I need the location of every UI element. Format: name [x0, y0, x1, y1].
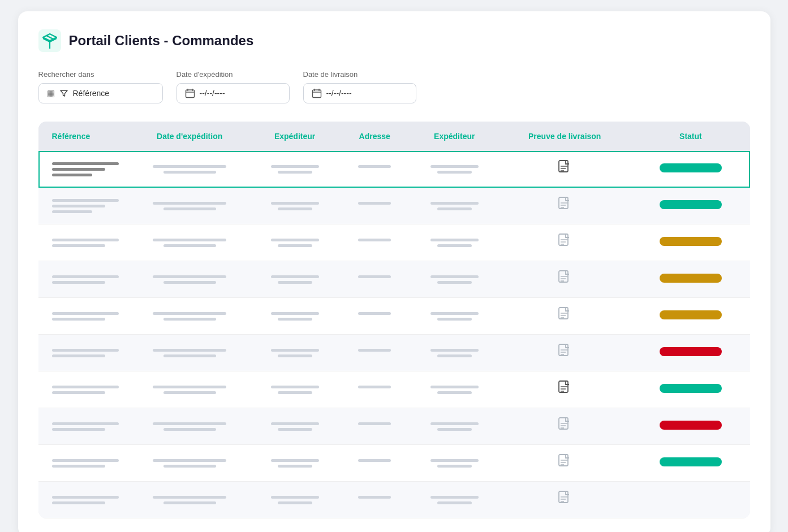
document-icon	[558, 380, 571, 396]
page-title: Portail Clients - Commandes	[69, 33, 254, 49]
cell-adresse	[338, 482, 411, 518]
svg-rect-7	[312, 90, 321, 98]
document-icon	[558, 344, 571, 360]
cell-reference	[38, 261, 128, 298]
table-row[interactable]	[38, 261, 750, 298]
cell-expediteur-2	[411, 261, 498, 298]
cell-preuve[interactable]	[498, 408, 631, 445]
orders-table: Référence Date d'expédition Expéditeur A…	[38, 122, 750, 518]
expedition-filter-label: Date d'expédition	[176, 70, 290, 79]
search-filter-label: Rechercher dans	[38, 70, 163, 79]
cell-date-expedition	[128, 261, 251, 298]
table-row[interactable]	[38, 151, 750, 188]
status-badge	[660, 421, 722, 430]
status-badge	[660, 310, 722, 319]
expedition-filter-group: Date d'expédition --/--/----	[176, 70, 290, 103]
cell-preuve[interactable]	[498, 261, 631, 298]
table-row[interactable]	[38, 371, 750, 408]
livraison-filter-group: Date de livraison --/--/----	[303, 70, 416, 103]
cell-preuve[interactable]	[498, 482, 631, 518]
expedition-filter-input[interactable]: --/--/----	[176, 83, 290, 103]
cell-expediteur-1	[251, 188, 338, 224]
cell-expediteur-1	[251, 408, 338, 445]
table-row[interactable]	[38, 298, 750, 335]
cell-preuve[interactable]	[498, 151, 631, 188]
table-row[interactable]	[38, 188, 750, 224]
table-row[interactable]	[38, 408, 750, 445]
status-badge	[660, 163, 722, 172]
col-expediteur-1[interactable]: Expéditeur	[251, 122, 338, 151]
document-icon	[558, 197, 571, 213]
cell-expediteur-2	[411, 298, 498, 335]
document-icon	[558, 270, 571, 286]
col-statut[interactable]: Statut	[631, 122, 750, 151]
document-icon	[558, 233, 571, 249]
cell-date-expedition	[128, 482, 251, 518]
cell-statut	[631, 335, 750, 371]
col-expediteur-2[interactable]: Expéditeur	[411, 122, 498, 151]
cell-date-expedition	[128, 298, 251, 335]
cell-preuve[interactable]	[498, 445, 631, 482]
cell-expediteur-2	[411, 224, 498, 261]
document-icon	[558, 160, 571, 176]
expedition-filter-value: --/--/----	[200, 89, 225, 98]
livraison-filter-label: Date de livraison	[303, 70, 416, 79]
cell-statut	[631, 482, 750, 518]
cell-expediteur-2	[411, 408, 498, 445]
page-container: Portail Clients - Commandes Rechercher d…	[18, 11, 770, 532]
cell-preuve[interactable]	[498, 188, 631, 224]
cell-adresse	[338, 188, 411, 224]
cell-expediteur-2	[411, 188, 498, 224]
cell-expediteur-2	[411, 151, 498, 188]
cell-reference	[38, 298, 128, 335]
status-badge	[660, 347, 722, 356]
cell-reference	[38, 224, 128, 261]
cell-expediteur-2	[411, 371, 498, 408]
cell-statut	[631, 261, 750, 298]
cell-adresse	[338, 371, 411, 408]
cell-date-expedition	[128, 224, 251, 261]
status-badge	[660, 384, 722, 393]
col-adresse[interactable]: Adresse	[338, 122, 411, 151]
cell-preuve[interactable]	[498, 335, 631, 371]
svg-rect-3	[186, 90, 194, 98]
cell-reference	[38, 371, 128, 408]
cell-expediteur-1	[251, 335, 338, 371]
funnel-icon	[59, 89, 68, 98]
cell-adresse	[338, 224, 411, 261]
cell-statut	[631, 224, 750, 261]
cell-expediteur-1	[251, 261, 338, 298]
page-header: Portail Clients - Commandes	[38, 29, 750, 52]
cell-reference	[38, 482, 128, 518]
table-row[interactable]	[38, 482, 750, 518]
document-icon	[558, 454, 571, 470]
cell-statut	[631, 151, 750, 188]
livraison-filter-input[interactable]: --/--/----	[303, 83, 416, 103]
col-expedition[interactable]: Date d'expédition	[128, 122, 251, 151]
table-row[interactable]	[38, 335, 750, 371]
table-header-row: Référence Date d'expédition Expéditeur A…	[38, 122, 750, 151]
cell-date-expedition	[128, 335, 251, 371]
filter-icon: ▦	[47, 88, 55, 98]
cell-reference	[38, 335, 128, 371]
search-filter-value: Référence	[73, 89, 110, 98]
cell-statut	[631, 445, 750, 482]
search-filter-input[interactable]: ▦ Référence	[38, 83, 163, 103]
cell-preuve[interactable]	[498, 371, 631, 408]
cell-expediteur-2	[411, 335, 498, 371]
cell-adresse	[338, 335, 411, 371]
table-row[interactable]	[38, 445, 750, 482]
cell-expediteur-1	[251, 224, 338, 261]
cell-preuve[interactable]	[498, 298, 631, 335]
calendar-icon-livraison	[312, 88, 322, 98]
document-icon	[558, 491, 571, 507]
cell-adresse	[338, 445, 411, 482]
cell-expediteur-2	[411, 482, 498, 518]
calendar-icon-expedition	[185, 88, 195, 98]
table-row[interactable]	[38, 224, 750, 261]
col-reference[interactable]: Référence	[38, 122, 128, 151]
livraison-filter-value: --/--/----	[326, 89, 352, 98]
col-preuve[interactable]: Preuve de livraison	[498, 122, 631, 151]
orders-table-wrapper: Référence Date d'expédition Expéditeur A…	[38, 122, 750, 518]
cell-preuve[interactable]	[498, 224, 631, 261]
